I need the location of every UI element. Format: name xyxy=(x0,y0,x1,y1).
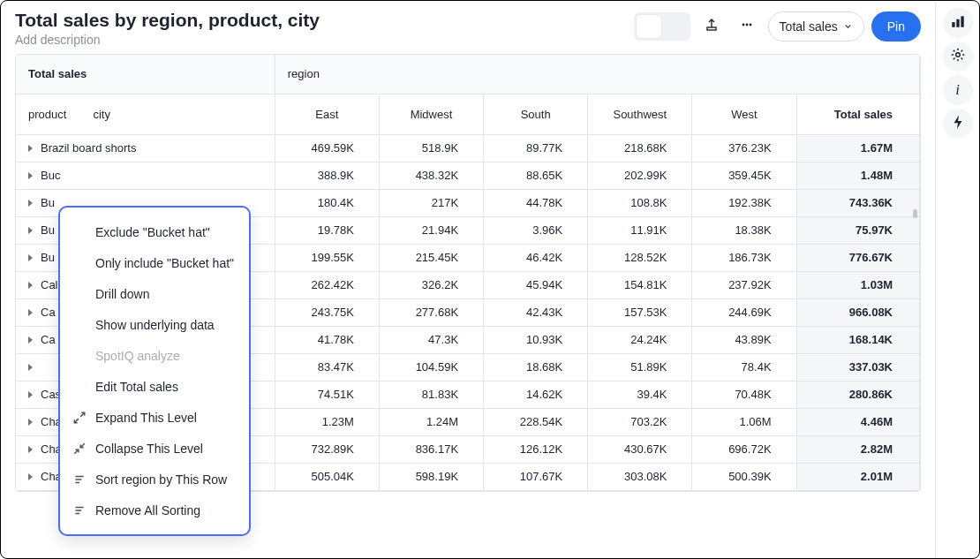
data-cell[interactable]: 81.83K xyxy=(379,381,483,408)
data-cell[interactable]: 18.68K xyxy=(484,353,588,381)
data-cell[interactable]: 11.91K xyxy=(588,216,692,244)
data-cell[interactable]: 836.17K xyxy=(379,435,483,463)
data-cell[interactable]: 45.94K xyxy=(484,271,588,298)
expand-triangle-icon[interactable] xyxy=(28,446,33,453)
data-cell[interactable]: 243.75K xyxy=(275,298,379,326)
data-cell[interactable]: 186.73K xyxy=(692,244,796,271)
data-cell[interactable]: 430.67K xyxy=(588,435,692,463)
expand-triangle-icon[interactable] xyxy=(28,309,33,316)
expand-triangle-icon[interactable] xyxy=(28,145,33,152)
total-cell[interactable]: 743.36K xyxy=(796,189,919,216)
expand-triangle-icon[interactable] xyxy=(28,254,33,261)
data-cell[interactable]: 262.42K xyxy=(275,271,379,298)
data-cell[interactable]: 44.78K xyxy=(484,189,588,216)
column-header-south[interactable]: South xyxy=(484,94,588,134)
ctx-edit-metric[interactable]: Edit Total sales xyxy=(60,371,249,402)
sidebar-info-button[interactable]: i xyxy=(943,75,973,105)
data-cell[interactable]: 157.53K xyxy=(588,298,692,326)
table-super-header-region[interactable]: region xyxy=(275,55,919,94)
total-cell[interactable]: 75.97K xyxy=(796,216,919,244)
data-cell[interactable]: 438.32K xyxy=(379,162,483,189)
data-cell[interactable]: 18.38K xyxy=(692,216,796,244)
table-super-header-metric[interactable]: Total sales xyxy=(16,55,275,94)
data-cell[interactable]: 598.19K xyxy=(379,463,483,490)
data-cell[interactable]: 108.8K xyxy=(588,189,692,216)
ctx-expand-level[interactable]: Expand This Level xyxy=(60,402,249,433)
data-cell[interactable]: 218.68K xyxy=(588,134,692,162)
share-button[interactable] xyxy=(697,12,726,41)
ctx-only-include[interactable]: Only include "Bucket hat" xyxy=(60,247,249,278)
data-cell[interactable]: 217K xyxy=(379,189,483,216)
data-cell[interactable]: 244.69K xyxy=(692,298,796,326)
table-view-toggle[interactable] xyxy=(637,15,661,38)
data-cell[interactable]: 696.72K xyxy=(692,435,796,463)
data-cell[interactable]: 505.04K xyxy=(275,463,379,490)
data-cell[interactable]: 51.89K xyxy=(588,353,692,381)
data-cell[interactable]: 83.47K xyxy=(275,353,379,381)
column-header-midwest[interactable]: Midwest xyxy=(379,94,483,134)
data-cell[interactable]: 199.55K xyxy=(275,244,379,271)
row-label-cell[interactable]: Buc xyxy=(16,162,275,189)
total-cell[interactable]: 966.08K xyxy=(796,298,919,326)
data-cell[interactable]: 228.54K xyxy=(484,408,588,435)
total-cell[interactable]: 2.82M xyxy=(796,435,919,463)
expand-triangle-icon[interactable] xyxy=(28,227,33,234)
total-cell[interactable]: 2.01M xyxy=(796,463,919,490)
data-cell[interactable]: 47.3K xyxy=(379,326,483,353)
table-row[interactable]: Brazil board shorts469.59K518.9K89.77K21… xyxy=(16,134,920,162)
expand-triangle-icon[interactable] xyxy=(28,282,33,289)
column-header-southwest[interactable]: Southwest xyxy=(588,94,692,134)
table-row-headers[interactable]: product city xyxy=(16,94,275,134)
data-cell[interactable]: 1.23M xyxy=(275,408,379,435)
data-cell[interactable]: 10.93K xyxy=(484,326,588,353)
sidebar-settings-button[interactable] xyxy=(943,42,973,72)
data-cell[interactable]: 388.9K xyxy=(275,162,379,189)
data-cell[interactable]: 89.77K xyxy=(484,134,588,162)
total-cell[interactable]: 1.03M xyxy=(796,271,919,298)
total-cell[interactable]: 4.46M xyxy=(796,408,919,435)
data-cell[interactable]: 469.59K xyxy=(275,134,379,162)
data-cell[interactable]: 78.4K xyxy=(692,353,796,381)
data-cell[interactable]: 128.52K xyxy=(588,244,692,271)
data-cell[interactable]: 732.89K xyxy=(275,435,379,463)
data-cell[interactable]: 303.08K xyxy=(588,463,692,490)
data-cell[interactable]: 192.38K xyxy=(692,189,796,216)
ctx-remove-sorting[interactable]: Remove All Sorting xyxy=(60,495,249,525)
chart-view-toggle[interactable] xyxy=(663,15,688,38)
data-cell[interactable]: 14.62K xyxy=(484,381,588,408)
data-cell[interactable]: 3.96K xyxy=(484,216,588,244)
total-cell[interactable]: 1.48M xyxy=(796,162,919,189)
expand-triangle-icon[interactable] xyxy=(28,200,33,207)
ctx-drill-down[interactable]: Drill down xyxy=(60,278,249,309)
data-cell[interactable]: 88.65K xyxy=(484,162,588,189)
data-cell[interactable]: 359.45K xyxy=(692,162,796,189)
data-cell[interactable]: 500.39K xyxy=(692,463,796,490)
data-cell[interactable]: 126.12K xyxy=(484,435,588,463)
more-options-button[interactable] xyxy=(733,12,761,41)
column-header-west[interactable]: West xyxy=(692,94,796,134)
pin-button[interactable]: Pin xyxy=(871,11,921,42)
total-cell[interactable]: 776.67K xyxy=(796,244,919,271)
data-cell[interactable]: 43.89K xyxy=(692,326,796,353)
data-cell[interactable]: 180.4K xyxy=(275,189,379,216)
data-cell[interactable]: 70.48K xyxy=(692,381,796,408)
data-cell[interactable]: 19.78K xyxy=(275,216,379,244)
ctx-exclude[interactable]: Exclude "Bucket hat" xyxy=(60,216,249,247)
data-cell[interactable]: 41.78K xyxy=(275,326,379,353)
sidebar-lightning-button[interactable] xyxy=(943,109,973,139)
data-cell[interactable]: 277.68K xyxy=(379,298,483,326)
data-cell[interactable]: 237.92K xyxy=(692,271,796,298)
data-cell[interactable]: 39.4K xyxy=(588,381,692,408)
data-cell[interactable]: 74.51K xyxy=(275,381,379,408)
data-cell[interactable]: 46.42K xyxy=(484,244,588,271)
data-cell[interactable]: 518.9K xyxy=(379,134,483,162)
total-cell[interactable]: 1.67M xyxy=(796,134,919,162)
expand-triangle-icon[interactable] xyxy=(28,336,33,344)
column-header-total[interactable]: Total sales xyxy=(796,94,919,134)
ctx-show-underlying[interactable]: Show underlying data xyxy=(60,309,249,340)
data-cell[interactable]: 104.59K xyxy=(379,353,483,381)
metric-dropdown[interactable]: Total sales xyxy=(768,11,864,42)
expand-triangle-icon[interactable] xyxy=(28,419,33,426)
data-cell[interactable]: 202.99K xyxy=(588,162,692,189)
data-cell[interactable]: 326.2K xyxy=(379,271,483,298)
